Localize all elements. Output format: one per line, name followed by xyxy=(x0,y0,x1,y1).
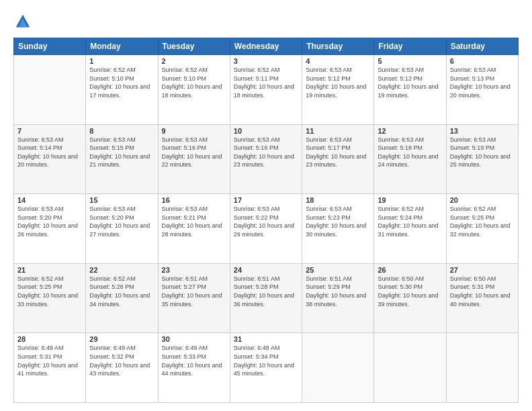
calendar-cell: 7 Sunrise: 6:53 AMSunset: 5:14 PMDayligh… xyxy=(14,124,86,194)
calendar-cell: 26 Sunrise: 6:50 AMSunset: 5:30 PMDaylig… xyxy=(374,263,446,333)
calendar-cell: 8 Sunrise: 6:53 AMSunset: 5:15 PMDayligh… xyxy=(86,124,158,194)
day-info: Sunrise: 6:50 AMSunset: 5:31 PMDaylight:… xyxy=(450,275,515,308)
calendar-cell xyxy=(14,55,86,125)
calendar-cell: 10 Sunrise: 6:53 AMSunset: 5:16 PMDaylig… xyxy=(230,124,302,194)
day-info: Sunrise: 6:53 AMSunset: 5:14 PMDaylight:… xyxy=(17,136,82,169)
calendar-cell: 16 Sunrise: 6:53 AMSunset: 5:21 PMDaylig… xyxy=(158,194,230,264)
day-number: 4 xyxy=(306,57,370,65)
calendar-cell: 3 Sunrise: 6:52 AMSunset: 5:11 PMDayligh… xyxy=(230,55,302,125)
day-number: 10 xyxy=(234,127,298,135)
day-number: 24 xyxy=(234,266,298,274)
calendar-cell: 17 Sunrise: 6:53 AMSunset: 5:22 PMDaylig… xyxy=(230,194,302,264)
calendar-cell: 20 Sunrise: 6:52 AMSunset: 5:25 PMDaylig… xyxy=(446,194,518,264)
calendar-cell: 13 Sunrise: 6:53 AMSunset: 5:19 PMDaylig… xyxy=(446,124,518,194)
calendar-cell xyxy=(302,333,374,403)
calendar-header: SundayMondayTuesdayWednesdayThursdayFrid… xyxy=(14,38,519,55)
calendar-cell: 9 Sunrise: 6:53 AMSunset: 5:16 PMDayligh… xyxy=(158,124,230,194)
day-info: Sunrise: 6:51 AMSunset: 5:27 PMDaylight:… xyxy=(162,275,226,308)
calendar-cell: 11 Sunrise: 6:53 AMSunset: 5:17 PMDaylig… xyxy=(302,124,374,194)
calendar-cell: 29 Sunrise: 6:49 AMSunset: 5:32 PMDaylig… xyxy=(86,333,158,403)
calendar-week-row: 14 Sunrise: 6:53 AMSunset: 5:20 PMDaylig… xyxy=(14,194,519,264)
day-number: 28 xyxy=(17,335,82,343)
day-info: Sunrise: 6:53 AMSunset: 5:16 PMDaylight:… xyxy=(234,136,298,169)
day-info: Sunrise: 6:52 AMSunset: 5:25 PMDaylight:… xyxy=(17,275,82,308)
day-info: Sunrise: 6:51 AMSunset: 5:28 PMDaylight:… xyxy=(234,275,298,308)
day-number: 17 xyxy=(234,196,298,204)
day-info: Sunrise: 6:53 AMSunset: 5:23 PMDaylight:… xyxy=(306,205,370,238)
calendar-cell: 21 Sunrise: 6:52 AMSunset: 5:25 PMDaylig… xyxy=(14,263,86,333)
day-info: Sunrise: 6:49 AMSunset: 5:32 PMDaylight:… xyxy=(89,344,154,377)
day-info: Sunrise: 6:51 AMSunset: 5:29 PMDaylight:… xyxy=(306,275,370,308)
calendar-cell: 4 Sunrise: 6:53 AMSunset: 5:12 PMDayligh… xyxy=(302,55,374,125)
day-info: Sunrise: 6:49 AMSunset: 5:31 PMDaylight:… xyxy=(17,344,82,377)
weekday-header: Thursday xyxy=(302,38,374,55)
day-info: Sunrise: 6:53 AMSunset: 5:20 PMDaylight:… xyxy=(89,205,154,238)
calendar-cell: 25 Sunrise: 6:51 AMSunset: 5:29 PMDaylig… xyxy=(302,263,374,333)
calendar-cell: 12 Sunrise: 6:53 AMSunset: 5:18 PMDaylig… xyxy=(374,124,446,194)
calendar-cell xyxy=(446,333,518,403)
day-number: 3 xyxy=(234,57,298,65)
calendar-page: SundayMondayTuesdayWednesdayThursdayFrid… xyxy=(0,0,532,411)
day-number: 7 xyxy=(17,127,82,135)
calendar-week-row: 28 Sunrise: 6:49 AMSunset: 5:31 PMDaylig… xyxy=(14,333,519,403)
calendar-cell: 22 Sunrise: 6:52 AMSunset: 5:26 PMDaylig… xyxy=(86,263,158,333)
calendar-cell: 6 Sunrise: 6:53 AMSunset: 5:13 PMDayligh… xyxy=(446,55,518,125)
day-info: Sunrise: 6:53 AMSunset: 5:15 PMDaylight:… xyxy=(89,136,154,169)
day-number: 30 xyxy=(162,335,226,343)
day-number: 22 xyxy=(89,266,154,274)
day-info: Sunrise: 6:52 AMSunset: 5:11 PMDaylight:… xyxy=(234,66,298,99)
day-number: 18 xyxy=(306,196,370,204)
calendar-cell: 24 Sunrise: 6:51 AMSunset: 5:28 PMDaylig… xyxy=(230,263,302,333)
weekday-header: Sunday xyxy=(14,38,86,55)
logo-icon xyxy=(13,12,32,31)
day-number: 12 xyxy=(378,127,442,135)
calendar-cell: 15 Sunrise: 6:53 AMSunset: 5:20 PMDaylig… xyxy=(86,194,158,264)
weekday-header: Monday xyxy=(86,38,158,55)
weekday-header: Friday xyxy=(374,38,446,55)
calendar-cell: 19 Sunrise: 6:52 AMSunset: 5:24 PMDaylig… xyxy=(374,194,446,264)
calendar-body: 1 Sunrise: 6:52 AMSunset: 5:10 PMDayligh… xyxy=(14,55,519,403)
day-number: 9 xyxy=(162,127,226,135)
weekday-header: Saturday xyxy=(446,38,518,55)
calendar-cell: 27 Sunrise: 6:50 AMSunset: 5:31 PMDaylig… xyxy=(446,263,518,333)
day-info: Sunrise: 6:53 AMSunset: 5:12 PMDaylight:… xyxy=(306,66,370,99)
day-number: 27 xyxy=(450,266,515,274)
calendar-cell: 2 Sunrise: 6:52 AMSunset: 5:10 PMDayligh… xyxy=(158,55,230,125)
calendar-cell: 14 Sunrise: 6:53 AMSunset: 5:20 PMDaylig… xyxy=(14,194,86,264)
day-number: 21 xyxy=(17,266,82,274)
day-number: 25 xyxy=(306,266,370,274)
calendar-week-row: 7 Sunrise: 6:53 AMSunset: 5:14 PMDayligh… xyxy=(14,124,519,194)
weekday-row: SundayMondayTuesdayWednesdayThursdayFrid… xyxy=(14,38,519,55)
day-info: Sunrise: 6:53 AMSunset: 5:17 PMDaylight:… xyxy=(306,136,370,169)
day-number: 2 xyxy=(162,57,226,65)
calendar-cell xyxy=(374,333,446,403)
day-info: Sunrise: 6:52 AMSunset: 5:10 PMDaylight:… xyxy=(162,66,226,99)
day-info: Sunrise: 6:53 AMSunset: 5:18 PMDaylight:… xyxy=(378,136,442,169)
page-header xyxy=(13,12,519,31)
day-number: 5 xyxy=(378,57,442,65)
calendar-cell: 30 Sunrise: 6:49 AMSunset: 5:33 PMDaylig… xyxy=(158,333,230,403)
day-number: 19 xyxy=(378,196,442,204)
logo xyxy=(13,12,35,31)
day-info: Sunrise: 6:53 AMSunset: 5:19 PMDaylight:… xyxy=(450,136,515,169)
calendar-week-row: 21 Sunrise: 6:52 AMSunset: 5:25 PMDaylig… xyxy=(14,263,519,333)
calendar-cell: 23 Sunrise: 6:51 AMSunset: 5:27 PMDaylig… xyxy=(158,263,230,333)
day-number: 6 xyxy=(450,57,515,65)
day-info: Sunrise: 6:53 AMSunset: 5:22 PMDaylight:… xyxy=(234,205,298,238)
day-info: Sunrise: 6:49 AMSunset: 5:33 PMDaylight:… xyxy=(162,344,226,377)
day-number: 15 xyxy=(89,196,154,204)
calendar-cell: 1 Sunrise: 6:52 AMSunset: 5:10 PMDayligh… xyxy=(86,55,158,125)
day-number: 31 xyxy=(234,335,298,343)
day-info: Sunrise: 6:53 AMSunset: 5:16 PMDaylight:… xyxy=(162,136,226,169)
day-number: 1 xyxy=(89,57,154,65)
day-number: 29 xyxy=(89,335,154,343)
day-number: 11 xyxy=(306,127,370,135)
weekday-header: Wednesday xyxy=(230,38,302,55)
day-number: 20 xyxy=(450,196,515,204)
calendar-cell: 31 Sunrise: 6:48 AMSunset: 5:34 PMDaylig… xyxy=(230,333,302,403)
day-info: Sunrise: 6:50 AMSunset: 5:30 PMDaylight:… xyxy=(378,275,442,308)
day-number: 13 xyxy=(450,127,515,135)
day-info: Sunrise: 6:53 AMSunset: 5:20 PMDaylight:… xyxy=(17,205,82,238)
day-number: 23 xyxy=(162,266,226,274)
day-info: Sunrise: 6:53 AMSunset: 5:21 PMDaylight:… xyxy=(162,205,226,238)
